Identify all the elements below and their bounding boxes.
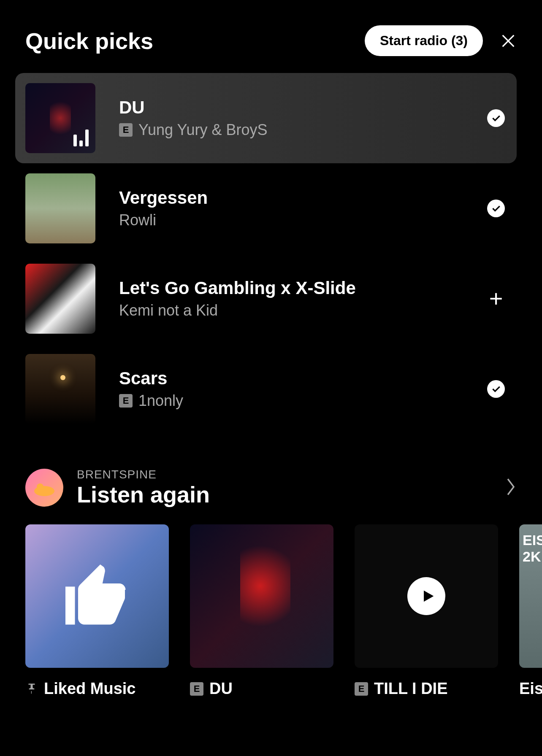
track-item[interactable]: Let's Go Gambling x X-Slide Kemi not a K… <box>25 254 517 344</box>
track-artwork <box>25 173 95 243</box>
listen-again-section: BRENTSPINE Listen again Liked Music <box>25 468 542 698</box>
explicit-badge: E <box>119 394 133 408</box>
album-card-till-i-die[interactable]: E TILL I DIE <box>355 524 498 698</box>
svg-rect-2 <box>29 683 35 685</box>
album-card-du[interactable]: E DU <box>190 524 333 698</box>
track-selected-button[interactable] <box>487 200 505 217</box>
album-label: TILL I DIE <box>374 680 448 698</box>
track-artwork <box>25 354 95 424</box>
listen-again-username: BRENTSPINE <box>77 468 491 481</box>
track-artist: Rowli <box>119 211 156 229</box>
check-icon <box>487 200 505 217</box>
play-icon <box>420 588 436 605</box>
start-radio-button[interactable]: Start radio (3) <box>365 25 483 56</box>
track-item[interactable]: Vergessen Rowli <box>25 163 517 254</box>
track-artwork <box>25 83 95 153</box>
pin-icon <box>25 683 38 695</box>
track-title: Vergessen <box>119 188 463 208</box>
explicit-badge: E <box>190 682 203 696</box>
check-icon <box>487 380 505 398</box>
chevron-right-icon[interactable] <box>505 477 517 499</box>
track-title: DU <box>119 97 463 118</box>
track-title: Scars <box>119 368 463 389</box>
track-title: Let's Go Gambling x X-Slide <box>119 278 463 298</box>
explicit-badge: E <box>355 682 368 696</box>
track-selected-button[interactable] <box>487 380 505 398</box>
album-card-eis[interactable]: EIS2K Eis <box>519 524 542 698</box>
album-artwork <box>190 524 333 668</box>
album-overlay-text: EIS2K <box>523 532 542 565</box>
listen-again-row[interactable]: Liked Music E DU E TILL I DIE <box>25 524 542 698</box>
svg-point-1 <box>37 483 43 490</box>
quick-picks-header: Quick picks Start radio (3) <box>25 25 542 56</box>
check-icon <box>487 109 505 127</box>
listen-again-title: Listen again <box>77 481 491 508</box>
play-button[interactable] <box>407 577 445 615</box>
track-item[interactable]: DU E Yung Yury & BroyS <box>15 73 517 163</box>
album-card-liked-music[interactable]: Liked Music <box>25 524 169 698</box>
now-playing-icon <box>73 130 89 146</box>
track-artist: 1nonly <box>138 392 183 410</box>
plus-icon: + <box>489 287 503 310</box>
quick-picks-list: DU E Yung Yury & BroyS Vergessen Rowli <box>25 73 542 434</box>
album-label: Eis <box>519 680 542 698</box>
track-artwork <box>25 264 95 334</box>
album-artwork <box>355 524 498 668</box>
thumbs-up-icon <box>59 558 135 634</box>
track-add-button[interactable]: + <box>487 290 505 308</box>
album-label: DU <box>209 680 233 698</box>
album-artwork: EIS2K <box>519 524 542 668</box>
track-selected-button[interactable] <box>487 109 505 127</box>
avatar <box>25 469 63 507</box>
track-artist: Yung Yury & BroyS <box>138 121 268 139</box>
album-label: Liked Music <box>44 680 136 698</box>
quick-picks-title: Quick picks <box>25 28 153 54</box>
album-artwork <box>25 524 169 668</box>
close-icon[interactable] <box>500 32 517 49</box>
explicit-badge: E <box>119 123 133 137</box>
track-item[interactable]: Scars E 1nonly <box>25 344 517 434</box>
listen-again-header[interactable]: BRENTSPINE Listen again <box>25 468 542 508</box>
track-artist: Kemi not a Kid <box>119 302 218 319</box>
